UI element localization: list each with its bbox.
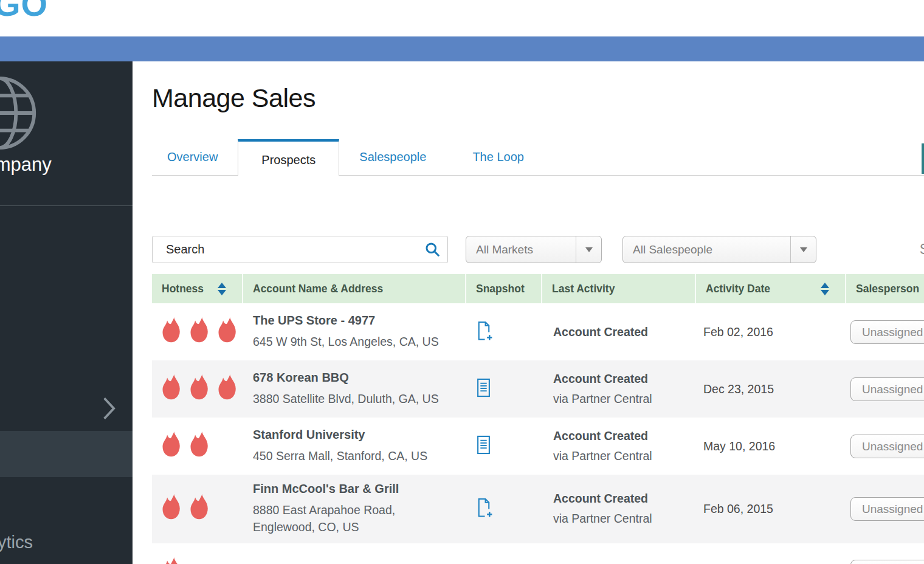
column-header-account-name-address: Account Name & Address <box>243 274 466 303</box>
account-cell: Toyota of Dallas <box>243 562 466 564</box>
salesperson-cell: Unassigned <box>846 320 924 344</box>
column-header-hotness: Hotness <box>152 274 243 303</box>
salespeople-filter-value: All Salespeople <box>623 236 790 263</box>
last-activity-cell: Account Created via Partner Central <box>542 492 696 526</box>
account-cell: Stanford University 450 Serra Mall, Stan… <box>243 428 466 464</box>
salesperson-cell: Unassigned <box>846 497 924 521</box>
flame-icon <box>216 374 239 404</box>
account-cell: The UPS Store - 4977 645 W 9th St, Los A… <box>243 314 466 350</box>
tab-salespeople[interactable]: Salespeople <box>344 139 441 175</box>
flame-icon <box>160 557 183 564</box>
column-header-last-activity: Last Activity <box>542 274 696 303</box>
column-header-activity-date: Activity Date <box>696 274 846 303</box>
salesperson-cell: Unassigned <box>846 560 924 564</box>
search-box <box>152 236 448 263</box>
top-header-bar: GO <box>0 0 924 36</box>
sort-icon[interactable] <box>218 283 226 295</box>
table-row[interactable]: 678 Korean BBQ 3880 Satellite Blvd, Dulu… <box>152 360 924 418</box>
hotness-cell <box>152 557 243 564</box>
salespeople-filter-dropdown[interactable]: All Salespeople <box>622 236 816 263</box>
table-header-row: Hotness Account Name & Address Snapshot … <box>152 274 924 303</box>
markets-filter-value: All Markets <box>466 236 576 263</box>
table-row[interactable]: Stanford University 450 Serra Mall, Stan… <box>152 418 924 475</box>
account-address: 3880 Satellite Blvd, Duluth, GA, US <box>253 390 466 407</box>
search-icon[interactable] <box>424 241 441 260</box>
snapshot-cell <box>466 498 542 520</box>
tab-the-loop[interactable]: The Loop <box>457 139 539 175</box>
dropdown-arrow-box <box>576 236 601 263</box>
snapshot-cell <box>466 378 542 400</box>
sidebar-divider <box>0 205 133 206</box>
last-activity-detail: via Partner Central <box>553 392 696 406</box>
snapshot-cell <box>466 321 542 343</box>
app-logo[interactable]: GO <box>0 0 48 24</box>
globe-icon <box>0 74 39 155</box>
flame-icon <box>188 317 211 346</box>
flame-icon <box>216 317 239 346</box>
last-activity-detail: via Partner Central <box>553 449 696 463</box>
account-name: 678 Korean BBQ <box>253 371 466 385</box>
prospects-table: Hotness Account Name & Address Snapshot … <box>152 274 924 564</box>
activity-date-cell: Dec 23, 2015 <box>696 382 846 396</box>
account-name: Finn McCool's Bar & Grill <box>253 482 466 496</box>
last-activity-cell: Account Created via Partner Central <box>542 429 696 463</box>
sidebar-item-analytics[interactable]: Analytics <box>0 532 33 552</box>
page-title: Manage Sales <box>152 83 924 113</box>
flame-icon <box>160 432 183 461</box>
main-content: Manage Sales OverviewProspectsSalespeopl… <box>133 61 924 564</box>
clipped-edge-button[interactable] <box>922 143 924 174</box>
last-activity-cell: Account Created <box>542 325 696 339</box>
column-header-snapshot: Snapshot <box>466 274 542 303</box>
toolbar: All Markets All Salespeople S <box>152 236 924 263</box>
sort-descending-icon <box>218 290 226 295</box>
flame-icon <box>160 317 183 346</box>
activity-date-cell: May 10, 2016 <box>696 439 846 453</box>
sort-ascending-icon <box>821 283 829 288</box>
document-text-icon[interactable] <box>476 389 491 399</box>
account-name: The UPS Store - 4977 <box>253 314 466 328</box>
account-cell: 678 Korean BBQ 3880 Satellite Blvd, Dulu… <box>243 371 466 407</box>
caret-down-icon <box>800 247 807 252</box>
last-activity-detail: via Partner Central <box>553 512 696 526</box>
chevron-right-icon[interactable] <box>102 396 117 424</box>
assign-salesperson-button[interactable]: Unassigned <box>850 497 924 521</box>
clipped-right-label: S <box>920 241 924 258</box>
last-activity-text: Account Created <box>553 492 696 506</box>
account-name: Toyota of Dallas <box>253 562 466 564</box>
last-activity-text: Account Created <box>553 325 696 339</box>
last-activity-text: Account Created <box>553 429 696 443</box>
column-header-salesperson: Salesperson <box>846 274 924 303</box>
markets-filter-dropdown[interactable]: All Markets <box>466 236 602 263</box>
flame-icon <box>188 374 211 404</box>
salesperson-cell: Unassigned <box>846 377 924 401</box>
assign-salesperson-button[interactable]: Unassigned <box>850 560 924 564</box>
sort-icon[interactable] <box>821 283 829 295</box>
tab-prospects[interactable]: Prospects <box>238 139 339 176</box>
account-address: 450 Serra Mall, Stanford, CA, US <box>253 447 466 464</box>
activity-date-cell: Feb 02, 2016 <box>696 325 846 339</box>
search-input[interactable] <box>152 236 448 263</box>
table-row[interactable]: Finn McCool's Bar & Grill 8880 East Arap… <box>152 475 924 543</box>
account-cell: Finn McCool's Bar & Grill 8880 East Arap… <box>243 482 466 536</box>
caret-down-icon <box>585 247 593 252</box>
sidebar-item-highlighted[interactable] <box>0 431 133 477</box>
assign-salesperson-button[interactable]: Unassigned <box>850 377 924 401</box>
table-row[interactable]: Toyota of Dallas Unassigned <box>152 543 924 564</box>
flame-icon <box>188 432 211 461</box>
activity-date-cell: Feb 06, 2015 <box>696 502 846 516</box>
last-activity-text: Account Created <box>553 372 696 386</box>
tab-overview[interactable]: Overview <box>152 139 233 175</box>
document-text-icon[interactable] <box>476 446 491 456</box>
table-body: The UPS Store - 4977 645 W 9th St, Los A… <box>152 303 924 564</box>
document-add-icon[interactable] <box>476 332 492 343</box>
document-add-icon[interactable] <box>476 509 492 520</box>
sort-descending-icon <box>821 290 829 295</box>
sidebar: Company Analytics <box>0 61 133 564</box>
assign-salesperson-button[interactable]: Unassigned <box>850 435 924 458</box>
hotness-cell <box>152 374 243 404</box>
company-name: Company <box>0 154 52 176</box>
table-row[interactable]: The UPS Store - 4977 645 W 9th St, Los A… <box>152 303 924 360</box>
flame-icon <box>160 374 183 404</box>
assign-salesperson-button[interactable]: Unassigned <box>850 320 924 344</box>
snapshot-cell <box>466 435 542 457</box>
